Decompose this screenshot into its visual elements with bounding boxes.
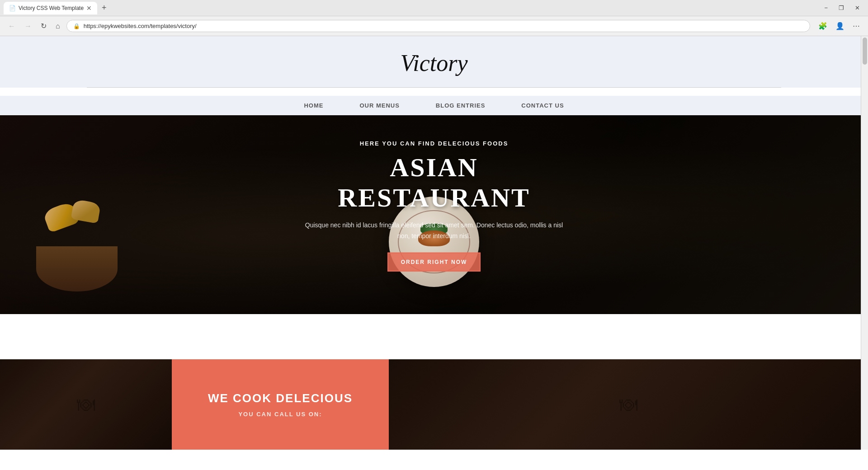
below-hero-section: [0, 314, 868, 359]
forward-button[interactable]: →: [22, 20, 34, 32]
header-divider: [87, 87, 781, 88]
nav-blog-entries[interactable]: BLOG ENTRIES: [436, 102, 486, 109]
bottom-info-card: WE COOK DELECIOUS YOU CAN CALL US ON:: [172, 359, 389, 450]
hero-description: Quisque nec nibh id lacus fringilla elei…: [298, 220, 570, 242]
bottom-right-image: [389, 359, 868, 450]
url-bar[interactable]: 🔒 https://epykwebsites.com/templates/vic…: [66, 20, 810, 32]
account-icon[interactable]: 👤: [833, 20, 847, 32]
window-controls: − ❐ ✕: [820, 3, 864, 13]
hero-title: ASIAN RESTAURANT: [298, 152, 570, 213]
hero-content: HERE YOU CAN FIND DELECIOUS FOODS ASIAN …: [298, 140, 570, 272]
minimize-button[interactable]: −: [820, 3, 832, 13]
browser-tab[interactable]: 📄 Victory CSS Web Template ✕: [4, 2, 97, 14]
lock-icon: 🔒: [73, 23, 80, 29]
site-header: Victory: [0, 36, 868, 88]
basket-shape: [36, 246, 118, 291]
home-button[interactable]: ⌂: [53, 20, 63, 32]
url-text: https://epykwebsites.com/templates/victo…: [84, 23, 197, 29]
extensions-icon[interactable]: 🧩: [816, 20, 830, 32]
bottom-left-image: [0, 359, 172, 450]
card-title: WE COOK DELECIOUS: [208, 391, 353, 405]
bottom-section: WE COOK DELECIOUS YOU CAN CALL US ON:: [0, 359, 868, 450]
hero-basket-decoration: [36, 192, 127, 291]
site-navigation: HOME OUR MENUS BLOG ENTRIES CONTACT US: [0, 96, 868, 115]
site-title: Victory: [0, 50, 868, 76]
tab-page-icon: 📄: [9, 5, 16, 11]
tab-title: Victory CSS Web Template: [19, 5, 84, 11]
hero-section: HERE YOU CAN FIND DELECIOUS FOODS ASIAN …: [0, 115, 868, 314]
nav-our-menus[interactable]: OUR MENUS: [359, 102, 399, 109]
restore-button[interactable]: ❐: [834, 3, 849, 13]
toolbar-icons: 🧩 👤 ⋯: [816, 20, 863, 32]
hero-subtitle: HERE YOU CAN FIND DELECIOUS FOODS: [298, 140, 570, 147]
scrollbar-track[interactable]: [861, 36, 868, 450]
back-button[interactable]: ←: [5, 20, 18, 32]
close-button[interactable]: ✕: [850, 3, 864, 13]
refresh-button[interactable]: ↻: [38, 20, 49, 32]
scrollbar-thumb[interactable]: [863, 38, 867, 65]
card-subtitle: YOU CAN CALL US ON:: [238, 411, 322, 418]
address-bar: ← → ↻ ⌂ 🔒 https://epykwebsites.com/templ…: [0, 16, 868, 36]
tab-close-button[interactable]: ✕: [86, 5, 92, 12]
nav-home[interactable]: HOME: [304, 102, 323, 109]
order-now-button[interactable]: ORDER RIGHT NOW: [387, 252, 481, 271]
new-tab-button[interactable]: +: [99, 3, 109, 13]
menu-icon[interactable]: ⋯: [850, 20, 863, 32]
nav-contact-us[interactable]: CONTACT US: [521, 102, 564, 109]
